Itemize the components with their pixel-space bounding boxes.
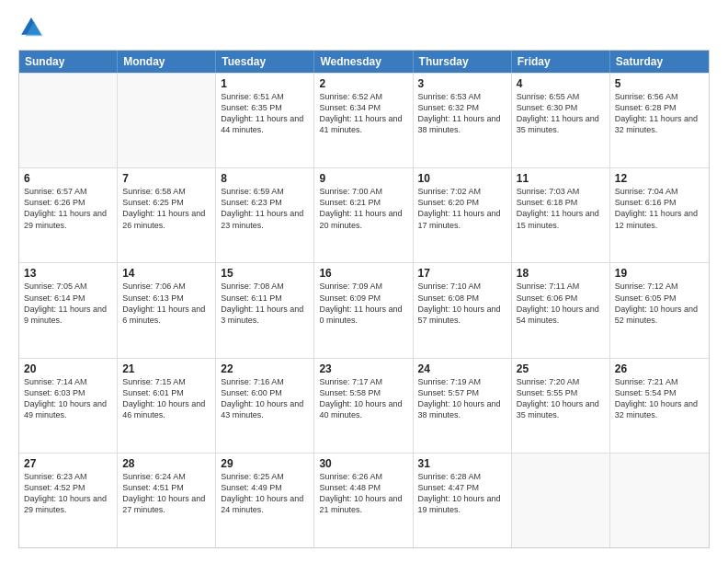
day-info: Sunrise: 7:11 AM Sunset: 6:06 PM Dayligh… (517, 281, 605, 326)
day-number: 8 (221, 172, 309, 185)
cal-cell: 2Sunrise: 6:52 AM Sunset: 6:34 PM Daylig… (314, 74, 413, 167)
cal-cell: 10Sunrise: 7:02 AM Sunset: 6:20 PM Dayli… (414, 168, 512, 262)
logo-icon (18, 15, 44, 40)
day-number: 29 (221, 457, 309, 470)
calendar-row-3: 20Sunrise: 7:14 AM Sunset: 6:03 PM Dayli… (19, 358, 709, 453)
day-info: Sunrise: 6:59 AM Sunset: 6:23 PM Dayligh… (221, 186, 309, 231)
day-info: Sunrise: 6:58 AM Sunset: 6:25 PM Dayligh… (122, 186, 210, 231)
cal-cell (19, 74, 118, 167)
day-info: Sunrise: 7:14 AM Sunset: 6:03 PM Dayligh… (24, 376, 112, 421)
header-cell-saturday: Saturday (610, 51, 709, 73)
day-info: Sunrise: 7:15 AM Sunset: 6:01 PM Dayligh… (122, 376, 210, 421)
cal-cell: 31Sunrise: 6:28 AM Sunset: 4:47 PM Dayli… (414, 454, 512, 547)
cal-cell: 30Sunrise: 6:26 AM Sunset: 4:48 PM Dayli… (314, 454, 413, 547)
day-number: 27 (24, 457, 112, 470)
day-number: 24 (418, 362, 506, 375)
day-number: 5 (615, 77, 704, 90)
day-number: 11 (517, 172, 605, 185)
day-info: Sunrise: 7:02 AM Sunset: 6:20 PM Dayligh… (418, 186, 506, 231)
calendar-row-1: 6Sunrise: 6:57 AM Sunset: 6:26 PM Daylig… (19, 167, 709, 262)
day-info: Sunrise: 7:05 AM Sunset: 6:14 PM Dayligh… (24, 281, 112, 326)
day-info: Sunrise: 7:12 AM Sunset: 6:05 PM Dayligh… (615, 281, 704, 326)
cal-cell (512, 454, 610, 547)
cal-cell: 16Sunrise: 7:09 AM Sunset: 6:09 PM Dayli… (314, 263, 413, 357)
day-info: Sunrise: 6:51 AM Sunset: 6:35 PM Dayligh… (221, 91, 309, 136)
day-number: 30 (319, 457, 407, 470)
calendar-row-4: 27Sunrise: 6:23 AM Sunset: 4:52 PM Dayli… (19, 453, 709, 547)
day-number: 26 (615, 362, 704, 375)
day-info: Sunrise: 6:23 AM Sunset: 4:52 PM Dayligh… (24, 471, 112, 516)
day-number: 15 (221, 267, 309, 280)
header-cell-thursday: Thursday (414, 51, 512, 73)
day-info: Sunrise: 6:55 AM Sunset: 6:30 PM Dayligh… (517, 91, 605, 136)
day-info: Sunrise: 6:24 AM Sunset: 4:51 PM Dayligh… (122, 471, 210, 516)
header-cell-wednesday: Wednesday (314, 51, 413, 73)
cal-cell: 26Sunrise: 7:21 AM Sunset: 5:54 PM Dayli… (610, 359, 709, 453)
day-info: Sunrise: 7:09 AM Sunset: 6:09 PM Dayligh… (319, 281, 407, 326)
day-number: 10 (418, 172, 506, 185)
cal-cell: 27Sunrise: 6:23 AM Sunset: 4:52 PM Dayli… (19, 454, 118, 547)
day-info: Sunrise: 7:19 AM Sunset: 5:57 PM Dayligh… (418, 376, 506, 421)
day-info: Sunrise: 6:53 AM Sunset: 6:32 PM Dayligh… (418, 91, 506, 136)
header-cell-monday: Monday (118, 51, 216, 73)
day-info: Sunrise: 7:10 AM Sunset: 6:08 PM Dayligh… (418, 281, 506, 326)
day-number: 13 (24, 267, 112, 280)
day-info: Sunrise: 6:56 AM Sunset: 6:28 PM Dayligh… (615, 91, 704, 136)
cal-cell: 9Sunrise: 7:00 AM Sunset: 6:21 PM Daylig… (314, 168, 413, 262)
day-number: 2 (319, 77, 407, 90)
header-cell-tuesday: Tuesday (216, 51, 314, 73)
day-number: 20 (24, 362, 112, 375)
cal-cell: 21Sunrise: 7:15 AM Sunset: 6:01 PM Dayli… (118, 359, 216, 453)
day-number: 22 (221, 362, 309, 375)
calendar-row-0: 1Sunrise: 6:51 AM Sunset: 6:35 PM Daylig… (19, 73, 709, 167)
day-number: 9 (319, 172, 407, 185)
day-number: 18 (517, 267, 605, 280)
day-number: 6 (24, 172, 112, 185)
logo (18, 15, 48, 40)
cal-cell: 17Sunrise: 7:10 AM Sunset: 6:08 PM Dayli… (414, 263, 512, 357)
day-number: 25 (517, 362, 605, 375)
cal-cell: 20Sunrise: 7:14 AM Sunset: 6:03 PM Dayli… (19, 359, 118, 453)
day-number: 16 (319, 267, 407, 280)
day-number: 23 (319, 362, 407, 375)
day-info: Sunrise: 7:08 AM Sunset: 6:11 PM Dayligh… (221, 281, 309, 326)
cal-cell: 24Sunrise: 7:19 AM Sunset: 5:57 PM Dayli… (414, 359, 512, 453)
cal-cell: 11Sunrise: 7:03 AM Sunset: 6:18 PM Dayli… (512, 168, 610, 262)
cal-cell: 28Sunrise: 6:24 AM Sunset: 4:51 PM Dayli… (118, 454, 216, 547)
day-number: 3 (418, 77, 506, 90)
cal-cell: 5Sunrise: 6:56 AM Sunset: 6:28 PM Daylig… (610, 74, 709, 167)
day-info: Sunrise: 6:26 AM Sunset: 4:48 PM Dayligh… (319, 471, 407, 516)
cal-cell: 8Sunrise: 6:59 AM Sunset: 6:23 PM Daylig… (216, 168, 314, 262)
header (18, 15, 710, 40)
day-number: 28 (122, 457, 210, 470)
day-info: Sunrise: 7:00 AM Sunset: 6:21 PM Dayligh… (319, 186, 407, 231)
cal-cell: 12Sunrise: 7:04 AM Sunset: 6:16 PM Dayli… (610, 168, 709, 262)
day-info: Sunrise: 6:28 AM Sunset: 4:47 PM Dayligh… (418, 471, 506, 516)
day-info: Sunrise: 7:03 AM Sunset: 6:18 PM Dayligh… (517, 186, 605, 231)
day-number: 21 (122, 362, 210, 375)
day-info: Sunrise: 6:25 AM Sunset: 4:49 PM Dayligh… (221, 471, 309, 516)
day-number: 14 (122, 267, 210, 280)
day-info: Sunrise: 7:04 AM Sunset: 6:16 PM Dayligh… (615, 186, 704, 231)
cal-cell: 14Sunrise: 7:06 AM Sunset: 6:13 PM Dayli… (118, 263, 216, 357)
cal-cell: 3Sunrise: 6:53 AM Sunset: 6:32 PM Daylig… (414, 74, 512, 167)
calendar-body: 1Sunrise: 6:51 AM Sunset: 6:35 PM Daylig… (19, 73, 709, 547)
day-number: 1 (221, 77, 309, 90)
cal-cell: 13Sunrise: 7:05 AM Sunset: 6:14 PM Dayli… (19, 263, 118, 357)
day-number: 19 (615, 267, 704, 280)
cal-cell: 23Sunrise: 7:17 AM Sunset: 5:58 PM Dayli… (314, 359, 413, 453)
day-number: 4 (517, 77, 605, 90)
cal-cell (118, 74, 216, 167)
page: SundayMondayTuesdayWednesdayThursdayFrid… (0, 0, 728, 563)
cal-cell: 7Sunrise: 6:58 AM Sunset: 6:25 PM Daylig… (118, 168, 216, 262)
day-info: Sunrise: 7:16 AM Sunset: 6:00 PM Dayligh… (221, 376, 309, 421)
day-info: Sunrise: 7:20 AM Sunset: 5:55 PM Dayligh… (517, 376, 605, 421)
day-number: 7 (122, 172, 210, 185)
header-cell-friday: Friday (512, 51, 610, 73)
day-info: Sunrise: 6:57 AM Sunset: 6:26 PM Dayligh… (24, 186, 112, 231)
cal-cell: 29Sunrise: 6:25 AM Sunset: 4:49 PM Dayli… (216, 454, 314, 547)
cal-cell: 25Sunrise: 7:20 AM Sunset: 5:55 PM Dayli… (512, 359, 610, 453)
calendar-header-row: SundayMondayTuesdayWednesdayThursdayFrid… (19, 51, 709, 73)
cal-cell (610, 454, 709, 547)
day-info: Sunrise: 7:17 AM Sunset: 5:58 PM Dayligh… (319, 376, 407, 421)
